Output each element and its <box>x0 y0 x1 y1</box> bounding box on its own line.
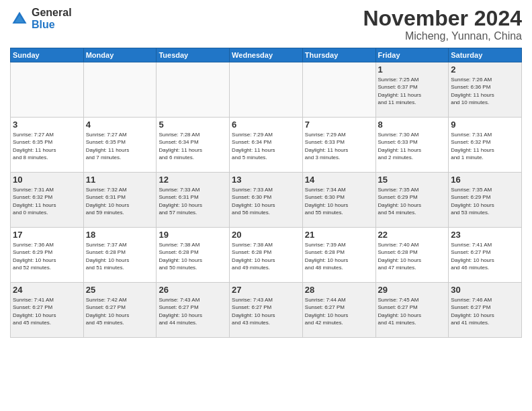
day-cell: 9Sunrise: 7:31 AM Sunset: 6:32 PM Daylig… <box>449 118 522 173</box>
day-info: Sunrise: 7:34 AM Sunset: 6:30 PM Dayligh… <box>305 186 373 216</box>
col-header-thursday: Thursday <box>302 48 375 62</box>
day-number: 29 <box>378 285 447 295</box>
day-info: Sunrise: 7:27 AM Sunset: 6:35 PM Dayligh… <box>86 131 154 161</box>
title-block: November 2024 Micheng, Yunnan, China <box>363 7 522 42</box>
day-cell: 23Sunrise: 7:41 AM Sunset: 6:27 PM Dayli… <box>449 228 522 283</box>
day-info: Sunrise: 7:36 AM Sunset: 6:29 PM Dayligh… <box>13 241 81 271</box>
day-info: Sunrise: 7:38 AM Sunset: 6:28 PM Dayligh… <box>232 241 300 271</box>
location: Micheng, Yunnan, China <box>363 30 522 42</box>
week-row-2: 10Sunrise: 7:31 AM Sunset: 6:32 PM Dayli… <box>11 173 522 228</box>
day-number: 5 <box>159 120 227 130</box>
day-number: 21 <box>305 230 373 240</box>
day-number: 25 <box>86 285 154 295</box>
week-row-3: 17Sunrise: 7:36 AM Sunset: 6:29 PM Dayli… <box>11 228 522 283</box>
col-header-friday: Friday <box>375 48 449 62</box>
day-info: Sunrise: 7:31 AM Sunset: 6:32 PM Dayligh… <box>13 186 81 216</box>
day-cell: 18Sunrise: 7:37 AM Sunset: 6:28 PM Dayli… <box>83 228 157 283</box>
day-info: Sunrise: 7:39 AM Sunset: 6:28 PM Dayligh… <box>305 241 373 271</box>
day-info: Sunrise: 7:43 AM Sunset: 6:27 PM Dayligh… <box>232 296 300 326</box>
day-number: 16 <box>451 175 519 185</box>
day-cell <box>157 62 230 118</box>
day-info: Sunrise: 7:46 AM Sunset: 6:27 PM Dayligh… <box>451 296 519 326</box>
day-number: 24 <box>13 285 81 295</box>
day-cell: 11Sunrise: 7:32 AM Sunset: 6:31 PM Dayli… <box>83 173 157 228</box>
day-info: Sunrise: 7:40 AM Sunset: 6:28 PM Dayligh… <box>378 241 447 271</box>
calendar-table: SundayMondayTuesdayWednesdayThursdayFrid… <box>10 48 522 338</box>
day-cell: 30Sunrise: 7:46 AM Sunset: 6:27 PM Dayli… <box>449 283 522 338</box>
day-info: Sunrise: 7:27 AM Sunset: 6:35 PM Dayligh… <box>13 131 81 161</box>
day-info: Sunrise: 7:43 AM Sunset: 6:27 PM Dayligh… <box>159 296 227 326</box>
day-cell: 14Sunrise: 7:34 AM Sunset: 6:30 PM Dayli… <box>302 173 375 228</box>
week-row-1: 3Sunrise: 7:27 AM Sunset: 6:35 PM Daylig… <box>11 118 522 173</box>
page-container: General Blue November 2024 Micheng, Yunn… <box>0 0 532 341</box>
day-number: 17 <box>13 230 81 240</box>
day-number: 9 <box>451 120 519 130</box>
week-row-4: 24Sunrise: 7:41 AM Sunset: 6:27 PM Dayli… <box>11 283 522 338</box>
day-cell: 19Sunrise: 7:38 AM Sunset: 6:28 PM Dayli… <box>157 228 230 283</box>
day-cell: 13Sunrise: 7:33 AM Sunset: 6:30 PM Dayli… <box>230 173 303 228</box>
day-cell: 22Sunrise: 7:40 AM Sunset: 6:28 PM Dayli… <box>375 228 449 283</box>
day-number: 30 <box>451 285 519 295</box>
col-header-monday: Monday <box>83 48 157 62</box>
day-number: 11 <box>86 175 154 185</box>
logo-icon <box>10 9 29 28</box>
day-number: 4 <box>86 120 154 130</box>
day-cell: 24Sunrise: 7:41 AM Sunset: 6:27 PM Dayli… <box>11 283 84 338</box>
day-cell <box>230 62 303 118</box>
day-info: Sunrise: 7:41 AM Sunset: 6:27 PM Dayligh… <box>451 241 519 271</box>
day-info: Sunrise: 7:35 AM Sunset: 6:29 PM Dayligh… <box>378 186 447 216</box>
day-info: Sunrise: 7:42 AM Sunset: 6:27 PM Dayligh… <box>86 296 154 326</box>
logo: General Blue <box>10 7 72 30</box>
day-cell: 21Sunrise: 7:39 AM Sunset: 6:28 PM Dayli… <box>302 228 375 283</box>
day-info: Sunrise: 7:25 AM Sunset: 6:37 PM Dayligh… <box>378 76 447 106</box>
day-number: 20 <box>232 230 300 240</box>
day-info: Sunrise: 7:38 AM Sunset: 6:28 PM Dayligh… <box>159 241 227 271</box>
day-info: Sunrise: 7:37 AM Sunset: 6:28 PM Dayligh… <box>86 241 154 271</box>
day-number: 6 <box>232 120 300 130</box>
day-cell <box>302 62 375 118</box>
day-number: 23 <box>451 230 519 240</box>
day-number: 2 <box>451 64 519 75</box>
day-number: 1 <box>378 64 447 75</box>
day-info: Sunrise: 7:32 AM Sunset: 6:31 PM Dayligh… <box>86 186 154 216</box>
day-number: 10 <box>13 175 81 185</box>
day-cell: 26Sunrise: 7:43 AM Sunset: 6:27 PM Dayli… <box>157 283 230 338</box>
day-cell: 16Sunrise: 7:35 AM Sunset: 6:29 PM Dayli… <box>449 173 522 228</box>
day-cell: 27Sunrise: 7:43 AM Sunset: 6:27 PM Dayli… <box>230 283 303 338</box>
day-info: Sunrise: 7:45 AM Sunset: 6:27 PM Dayligh… <box>378 296 447 326</box>
day-cell: 10Sunrise: 7:31 AM Sunset: 6:32 PM Dayli… <box>11 173 84 228</box>
day-info: Sunrise: 7:41 AM Sunset: 6:27 PM Dayligh… <box>13 296 81 326</box>
day-number: 27 <box>232 285 300 295</box>
day-cell: 1Sunrise: 7:25 AM Sunset: 6:37 PM Daylig… <box>375 62 449 118</box>
header-row: SundayMondayTuesdayWednesdayThursdayFrid… <box>11 48 522 62</box>
day-number: 3 <box>13 120 81 130</box>
day-number: 15 <box>378 175 447 185</box>
day-info: Sunrise: 7:30 AM Sunset: 6:33 PM Dayligh… <box>378 131 447 161</box>
day-info: Sunrise: 7:44 AM Sunset: 6:27 PM Dayligh… <box>305 296 373 326</box>
day-number: 26 <box>159 285 227 295</box>
day-cell: 5Sunrise: 7:28 AM Sunset: 6:34 PM Daylig… <box>157 118 230 173</box>
col-header-sunday: Sunday <box>11 48 84 62</box>
day-info: Sunrise: 7:31 AM Sunset: 6:32 PM Dayligh… <box>451 131 519 161</box>
day-cell: 7Sunrise: 7:29 AM Sunset: 6:33 PM Daylig… <box>302 118 375 173</box>
day-cell: 2Sunrise: 7:26 AM Sunset: 6:36 PM Daylig… <box>449 62 522 118</box>
day-number: 22 <box>378 230 447 240</box>
day-cell: 8Sunrise: 7:30 AM Sunset: 6:33 PM Daylig… <box>375 118 449 173</box>
day-cell: 4Sunrise: 7:27 AM Sunset: 6:35 PM Daylig… <box>83 118 157 173</box>
day-number: 14 <box>305 175 373 185</box>
day-number: 18 <box>86 230 154 240</box>
day-cell: 17Sunrise: 7:36 AM Sunset: 6:29 PM Dayli… <box>11 228 84 283</box>
logo-general-text: General <box>32 7 72 19</box>
day-cell <box>11 62 84 118</box>
day-cell: 20Sunrise: 7:38 AM Sunset: 6:28 PM Dayli… <box>230 228 303 283</box>
day-cell <box>83 62 157 118</box>
day-cell: 3Sunrise: 7:27 AM Sunset: 6:35 PM Daylig… <box>11 118 84 173</box>
day-info: Sunrise: 7:33 AM Sunset: 6:30 PM Dayligh… <box>232 186 300 216</box>
day-info: Sunrise: 7:28 AM Sunset: 6:34 PM Dayligh… <box>159 131 227 161</box>
month-title: November 2024 <box>363 7 522 30</box>
day-info: Sunrise: 7:26 AM Sunset: 6:36 PM Dayligh… <box>451 76 519 106</box>
col-header-wednesday: Wednesday <box>230 48 303 62</box>
day-number: 13 <box>232 175 300 185</box>
day-number: 12 <box>159 175 227 185</box>
header: General Blue November 2024 Micheng, Yunn… <box>10 7 522 42</box>
